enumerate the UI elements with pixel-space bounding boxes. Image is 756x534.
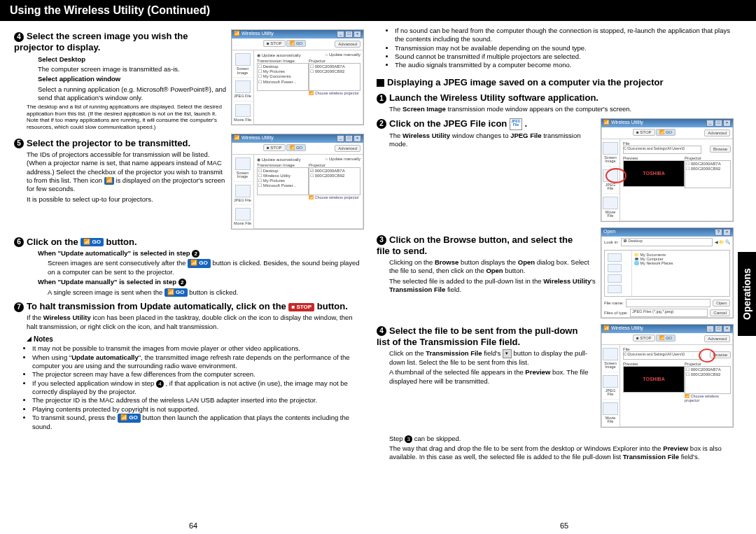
stop-button-icon: ■ STOP	[288, 303, 314, 311]
r-step1-heading: Launch the Wireless Utility software app…	[389, 92, 598, 103]
section-heading: Displaying a JPEG image saved on a compu…	[387, 77, 663, 87]
dropdown-icon: ▾	[503, 349, 512, 358]
notes-icon	[27, 337, 31, 342]
page-number-left: 64	[189, 521, 197, 530]
top-notes: If no sound can be heard from the comput…	[385, 27, 734, 70]
notes-heading: Notes	[34, 335, 53, 343]
r-step4-heading: Select the file to be sent from the pull…	[377, 325, 578, 347]
step4-heading: Select the screen image you wish the pro…	[14, 31, 188, 52]
page-number-right: 65	[560, 521, 568, 530]
r-step3-heading: Click on the Browse button, and select t…	[377, 234, 573, 256]
notes-list: It may not be possible to transmit the i…	[22, 344, 364, 431]
go-button-icon: 📶 GO	[80, 238, 104, 246]
screenshot-transmission-file: 📶 Wireless Utility_□× ■ STOP 📶 GOAdvance…	[601, 324, 734, 428]
jpeg-file-icon: JPEGFile	[510, 118, 522, 130]
left-column: 📶 Wireless Utility_□× ■ STOP 📶 GOAdvance…	[14, 27, 364, 463]
page-title: Using the Wireless Utility (Continued)	[0, 0, 756, 21]
screenshot-open-dialog: Open?× Look in:🖥 Desktop◀ 📁 🔍 📁 My Docum…	[601, 227, 734, 318]
screenshot-step4: 📶 Wireless Utility_□× ■ STOP 📶 GOAdvance…	[231, 29, 364, 125]
screenshot-jpeg-mode: 📶 Wireless Utility_□× ■ STOP 📶 GOAdvance…	[601, 118, 734, 222]
section-tab: Operations	[738, 252, 756, 336]
screenshot-step5: 📶 Wireless Utility_□× ■ STOP 📶 GOAdvance…	[231, 134, 364, 230]
step5-heading: Select the projector to be transmitted.	[27, 138, 190, 148]
right-column: If no sound can be heard from the comput…	[377, 27, 734, 463]
section-bullet-icon	[377, 79, 384, 87]
